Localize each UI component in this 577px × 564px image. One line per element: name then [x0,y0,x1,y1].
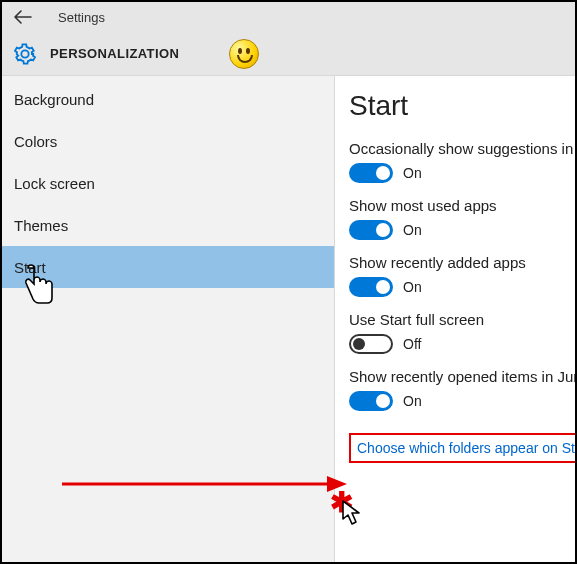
annotation-arrow-icon [62,472,347,500]
toggle-recently-added[interactable] [349,277,393,297]
setting-label: Occasionally show suggestions in Start [349,140,575,157]
toggle-suggestions[interactable] [349,163,393,183]
setting-label: Show most used apps [349,197,575,214]
pointer-cursor-icon [342,500,362,530]
category-row: PERSONALIZATION [2,32,575,76]
window-header: Settings [2,2,575,32]
window-title: Settings [58,10,105,25]
category-title: PERSONALIZATION [50,46,179,61]
hand-cursor-icon [20,264,56,310]
page-title: Start [349,90,575,122]
choose-folders-link[interactable]: Choose which folders appear on Start [357,440,575,456]
sidebar-item-label: Background [14,91,94,108]
sidebar-item-label: Themes [14,217,68,234]
setting-label: Show recently added apps [349,254,575,271]
toggle-state-text: On [403,222,422,238]
back-arrow-icon[interactable] [14,10,32,24]
sidebar-item-label: Colors [14,133,57,150]
toggle-jump-lists[interactable] [349,391,393,411]
sidebar-item-themes[interactable]: Themes [2,204,334,246]
main-panel: Start Occasionally show suggestions in S… [335,76,575,562]
smiley-icon [229,39,259,69]
toggle-state-text: On [403,279,422,295]
setting-label: Show recently opened items in Jump Lists [349,368,575,385]
sidebar-item-lock-screen[interactable]: Lock screen [2,162,334,204]
gear-icon [14,43,36,65]
toggle-most-used[interactable] [349,220,393,240]
sidebar-item-background[interactable]: Background [2,78,334,120]
setting-label: Use Start full screen [349,311,575,328]
toggle-state-text: On [403,393,422,409]
highlighted-link-box: Choose which folders appear on Start [349,433,575,463]
toggle-state-text: Off [403,336,421,352]
toggle-state-text: On [403,165,422,181]
toggle-full-screen[interactable] [349,334,393,354]
sidebar-item-colors[interactable]: Colors [2,120,334,162]
sidebar-item-label: Lock screen [14,175,95,192]
